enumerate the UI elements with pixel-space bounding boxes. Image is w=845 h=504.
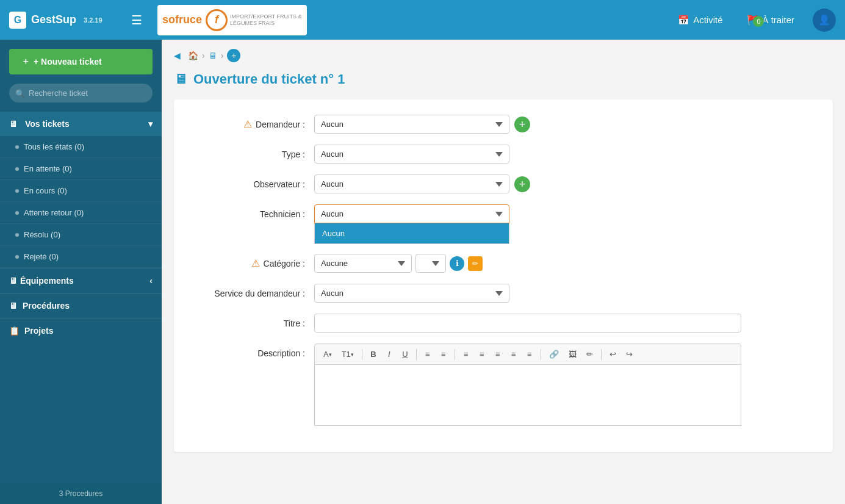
warning-icon: ⚠ [251, 257, 260, 269]
home-button[interactable]: 🏠 [188, 51, 198, 60]
warning-icon: ⚠ [243, 118, 252, 130]
toolbar-align-center-button[interactable]: ≡ [475, 348, 489, 361]
to-process-badge: 0 [753, 16, 764, 27]
toolbar-italic-button[interactable]: I [383, 348, 396, 361]
technicien-select[interactable]: Aucun [314, 204, 509, 223]
bullet-icon [15, 167, 19, 171]
toolbar-sep1 [362, 349, 362, 360]
sidebar: ＋ + Nouveau ticket 🔍 🖥 Vos tickets ▾ Tou… [0, 40, 162, 504]
tickets-button[interactable]: 🖥 [209, 51, 217, 60]
description-label: Description : [192, 344, 314, 358]
projets-label: Projets [24, 326, 53, 336]
page-title-icon: 🖥 [174, 71, 187, 87]
projets-icon: 📋 [9, 326, 20, 336]
app-name: GestSup [31, 13, 76, 26]
technicien-option-aucun[interactable]: Aucun [315, 223, 509, 243]
back-button[interactable]: ◀ [174, 51, 181, 60]
status-bar: 3 Procedures [0, 483, 162, 504]
new-ticket-button[interactable]: ＋ + Nouveau ticket [9, 49, 153, 74]
categorie-controls: Aucune ℹ ✏ [314, 254, 483, 273]
toolbar-bold-button[interactable]: B [367, 348, 380, 361]
toolbar-ol-button[interactable]: ≡ [437, 348, 450, 361]
technicien-label: Technicien : [192, 209, 314, 219]
toolbar-undo-button[interactable]: ↩ [606, 348, 620, 361]
plus-icon: + [231, 51, 236, 60]
to-process-label: À traiter [762, 15, 794, 25]
toolbar-align-justify-button[interactable]: ≡ [507, 348, 520, 361]
toolbar-image-button[interactable]: 🖼 [565, 348, 580, 361]
monitor-icon: 🖥 [9, 276, 18, 286]
search-icon: 🔍 [15, 88, 25, 98]
user-avatar[interactable]: 👤 [813, 9, 836, 32]
sidebar-item-procedures[interactable]: 🖥 Procédures [0, 293, 162, 318]
status-bar-label: 3 Procedures [59, 489, 102, 498]
plus-icon: ＋ [21, 56, 30, 67]
sidebar-item-label: En attente (0) [24, 164, 72, 173]
sidebar-item-en-attente[interactable]: En attente (0) [0, 158, 162, 180]
search-input[interactable] [9, 84, 153, 103]
sidebar-item-projets[interactable]: 📋 Projets [0, 318, 162, 343]
new-ticket-label: + Nouveau ticket [34, 57, 102, 67]
titre-label: Titre : [192, 319, 314, 328]
description-editor[interactable] [314, 365, 741, 426]
toolbar-sep3 [455, 349, 455, 360]
breadcrumb: ◀ 🏠 › 🖥 › + [174, 49, 833, 62]
toolbar-redo-button[interactable]: ↪ [622, 348, 636, 361]
observateur-add-button[interactable]: + [514, 176, 530, 192]
bullet-icon [15, 211, 19, 215]
observateur-row: Observateur : Aucun + [192, 175, 814, 193]
titre-input[interactable] [314, 314, 741, 333]
titre-row: Titre : [192, 314, 814, 333]
toolbar-indent-button[interactable]: ≡ [523, 348, 536, 361]
toolbar-sep5 [601, 349, 602, 360]
form-card: ⚠ Demandeur : Aucun + Type : Aucun Obser… [174, 99, 833, 452]
toolbar-sep2 [416, 349, 417, 360]
demandeur-add-button[interactable]: + [514, 117, 530, 132]
calendar-icon: 📅 [678, 15, 689, 26]
toolbar-align-right-button[interactable]: ≡ [491, 348, 505, 361]
page-title: 🖥 Ouverture du ticket n° 1 [174, 71, 833, 87]
demandeur-select[interactable]: Aucun [314, 115, 509, 134]
to-process-button[interactable]: 🚩 À traiter 0 [741, 11, 800, 29]
toolbar-link-button[interactable]: 🔗 [545, 348, 563, 361]
sidebar-item-resolu[interactable]: Résolu (0) [0, 224, 162, 246]
categorie-edit-button[interactable]: ✏ [468, 256, 483, 271]
editor-container: A▾ T1▾ B I U ≡ ≡ ≡ ≡ ≡ ≡ ≡ 🔗 [314, 344, 741, 426]
categorie-select[interactable]: Aucune [314, 254, 412, 273]
app-brand: G GestSup 3.2.19 [9, 12, 131, 29]
activity-button[interactable]: 📅 Activité [672, 11, 728, 29]
bullet-icon [15, 145, 19, 149]
categorie-sub-select[interactable] [415, 254, 446, 273]
sidebar-item-label: Rejeté (0) [24, 252, 59, 261]
hamburger-button[interactable]: ☰ [131, 13, 142, 27]
type-label: Type : [192, 149, 314, 159]
technicien-row: Technicien : Aucun Aucun [192, 204, 814, 223]
toolbar-pen-button[interactable]: ✏ [583, 348, 597, 361]
toolbar-ul-button[interactable]: ≡ [421, 348, 434, 361]
sidebar-item-en-cours[interactable]: En cours (0) [0, 180, 162, 202]
toolbar-heading-button[interactable]: T1▾ [338, 348, 358, 361]
sidebar-item-label: Résolu (0) [24, 230, 60, 239]
add-button[interactable]: + [227, 49, 240, 62]
ticket-search[interactable]: 🔍 [9, 84, 153, 103]
sidebar-item-equipements[interactable]: 🖥 Équipements ‹ [0, 268, 162, 293]
observateur-select[interactable]: Aucun [314, 175, 509, 193]
type-select[interactable]: Aucun [314, 145, 509, 164]
navbar-actions: 📅 Activité 🚩 À traiter 0 👤 [672, 9, 836, 32]
vos-tickets-header[interactable]: 🖥 Vos tickets ▾ [0, 112, 162, 136]
sofruce-logo-text: sofruce f [162, 9, 228, 31]
toolbar-underline-button[interactable]: U [398, 348, 412, 361]
bullet-icon [15, 255, 19, 259]
service-select[interactable]: Aucun [314, 284, 509, 303]
sidebar-item-attente-retour[interactable]: Attente retour (0) [0, 202, 162, 224]
sidebar-item-label: Tous les états (0) [24, 142, 84, 151]
sidebar-item-tous-les-etats[interactable]: Tous les états (0) [0, 136, 162, 158]
categorie-info-button[interactable]: ℹ [450, 256, 464, 271]
sidebar-item-rejete[interactable]: Rejeté (0) [0, 246, 162, 268]
procedures-label: Procédures [23, 301, 70, 311]
navbar: G GestSup 3.2.19 ☰ sofruce f IMPORT/EXPO… [0, 0, 845, 40]
toolbar-font-color-button[interactable]: A▾ [320, 348, 336, 361]
categorie-label: ⚠ Catégorie : [192, 257, 314, 269]
toolbar-align-left-button[interactable]: ≡ [459, 348, 473, 361]
toolbar-sep4 [541, 349, 541, 360]
